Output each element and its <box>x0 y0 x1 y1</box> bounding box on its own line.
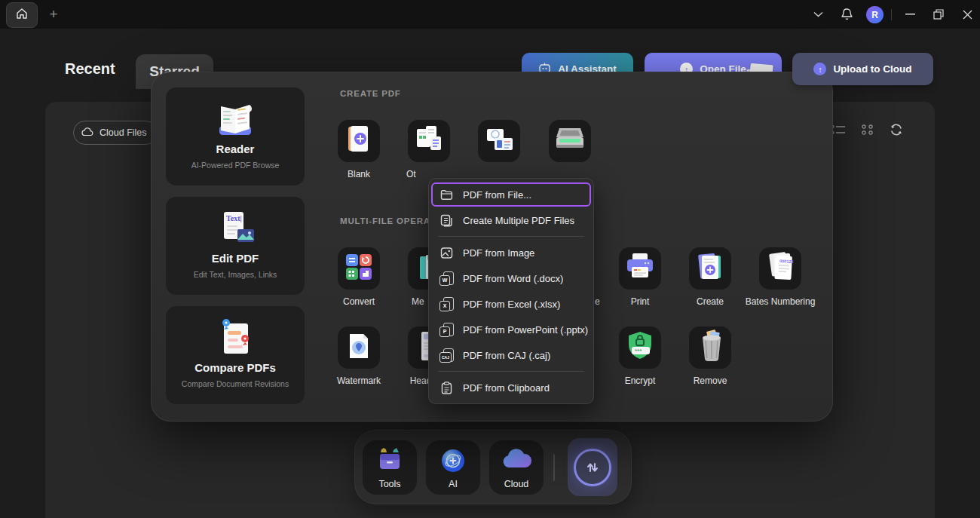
minimize-button[interactable] <box>899 0 921 29</box>
tab-recent[interactable]: Recent <box>65 60 115 78</box>
list-view-icon[interactable] <box>831 124 846 139</box>
caj-file-icon: CAJ <box>439 348 454 363</box>
menu-item-pdf-from-image[interactable]: PDF from Image <box>429 240 593 265</box>
ai-icon <box>426 447 480 474</box>
excel-file-icon: X <box>439 297 454 311</box>
create-idcard-tile[interactable] <box>478 120 520 162</box>
scanner-icon <box>552 124 588 158</box>
upload-icon: ↑ <box>813 63 826 75</box>
titlebar-divider <box>891 9 892 20</box>
dock-sync-tile[interactable] <box>568 438 617 496</box>
powerpoint-file-icon: P <box>439 323 454 337</box>
menu-item-create-multiple[interactable]: Create Multiple PDF Files <box>429 207 593 233</box>
convert-icon <box>345 253 373 284</box>
menu-item-pdf-from-file[interactable]: PDF from File... <box>431 182 591 207</box>
restore-button[interactable] <box>927 0 950 29</box>
create-pdf-heading: CREATE PDF <box>340 89 401 98</box>
create-other-tile[interactable] <box>408 120 450 162</box>
edit-pdf-card[interactable]: Text| Edit PDF Edit Text, Images, Links <box>166 197 305 295</box>
home-icon <box>15 7 29 23</box>
folder-icon <box>439 188 454 202</box>
bottom-dock: Tools AI Cloud <box>354 430 632 504</box>
titlebar: + R <box>0 0 980 29</box>
notifications-bell-icon[interactable] <box>835 0 858 29</box>
new-tab-button[interactable]: + <box>45 6 62 23</box>
compare-pdfs-icon <box>166 316 305 360</box>
blank-pdf-icon <box>344 124 374 158</box>
encrypt-shield-icon: *** <box>623 329 657 366</box>
word-file-icon: W <box>439 271 454 286</box>
menu-item-pdf-from-excel[interactable]: X PDF from Excel (.xlsx) <box>429 291 593 317</box>
convert-tile[interactable] <box>338 247 380 290</box>
reader-book-icon <box>166 97 305 141</box>
dock-tools[interactable]: Tools <box>363 440 417 495</box>
sync-icon <box>574 449 611 486</box>
menu-divider <box>438 236 584 237</box>
close-button[interactable] <box>956 0 978 29</box>
watermark-icon <box>344 329 374 366</box>
dock-ai[interactable]: AI <box>426 440 480 495</box>
create-other-label: Ot <box>406 169 429 179</box>
create-pdf-context-menu: PDF from File... Create Multiple PDF Fil… <box>428 178 594 404</box>
convert-label: Convert <box>317 296 400 307</box>
print-tile[interactable] <box>619 247 661 290</box>
print-icon <box>623 250 657 287</box>
remove-label: Remove <box>669 375 752 386</box>
bates-numbering-label: Bates Numbering <box>739 296 822 307</box>
remove-tile[interactable] <box>689 326 731 369</box>
cloud-icon <box>81 127 94 139</box>
svg-text:***: *** <box>635 348 642 354</box>
home-tab[interactable] <box>6 2 38 28</box>
upload-to-cloud-button[interactable]: ↑ Upload to Cloud <box>792 53 933 85</box>
menu-divider <box>438 371 584 372</box>
reader-card[interactable]: Reader AI-Powered PDF Browse <box>166 87 305 185</box>
id-card-icon <box>482 124 516 158</box>
create-pdf-tile[interactable] <box>689 247 731 290</box>
create-blank-label: Blank <box>317 169 400 179</box>
chevron-down-icon[interactable] <box>807 0 829 29</box>
cloud-files-chip[interactable]: Cloud Files <box>73 121 158 145</box>
multi-file-heading: MULTI-FILE OPERAT <box>340 216 436 225</box>
create-blank-tile[interactable] <box>338 120 380 162</box>
multiple-files-icon <box>439 213 454 228</box>
svg-text:Text|: Text| <box>226 214 242 222</box>
remove-trash-icon <box>694 329 726 366</box>
clipboard-icon <box>439 381 454 395</box>
create-folder-icon <box>694 250 727 287</box>
edit-pdf-icon: Text| <box>166 207 305 250</box>
grid-view-icon[interactable] <box>860 123 874 139</box>
cloud-dock-icon <box>489 447 544 471</box>
menu-item-pdf-from-powerpoint[interactable]: P PDF from PowerPoint (.pptx) <box>429 317 593 342</box>
tools-icon <box>363 447 417 473</box>
image-icon <box>439 246 454 260</box>
other-files-icon <box>412 123 446 159</box>
compare-pdfs-card[interactable]: Compare PDFs Compare Document Revisions <box>166 306 305 404</box>
create-scanner-tile[interactable] <box>549 120 591 162</box>
svg-text:000123: 000123 <box>779 259 794 264</box>
bates-numbering-icon: 000123 <box>763 250 798 287</box>
bates-numbering-tile[interactable]: 000123 <box>759 247 801 290</box>
menu-item-pdf-from-word[interactable]: W PDF from Word (.docx) <box>429 265 593 291</box>
watermark-tile[interactable] <box>338 326 380 369</box>
dock-divider <box>553 454 555 481</box>
menu-item-pdf-from-caj[interactable]: CAJ PDF from CAJ (.caj) <box>429 342 593 368</box>
encrypt-tile[interactable]: *** <box>619 326 661 369</box>
refresh-icon[interactable] <box>889 123 904 139</box>
avatar[interactable]: R <box>866 6 884 23</box>
menu-item-pdf-from-clipboard[interactable]: PDF from Clipboard <box>429 375 593 400</box>
dock-cloud[interactable]: Cloud <box>489 440 544 495</box>
app-window: + R Recent Starred Cloud Files <box>0 0 980 518</box>
